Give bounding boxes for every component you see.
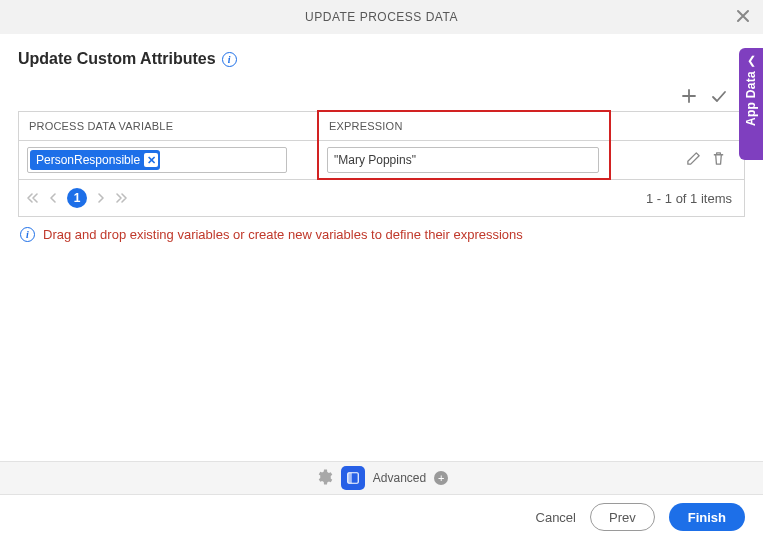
pager-current-page[interactable]: 1 [67,188,87,208]
cancel-button[interactable]: Cancel [536,510,576,525]
cell-expression: "Mary Poppins" [319,141,744,179]
expression-input[interactable]: "Mary Poppins" [327,147,599,173]
edit-row-icon[interactable] [686,151,701,169]
finish-button[interactable]: Finish [669,503,745,531]
chevron-left-icon: ❮ [747,54,756,67]
expand-icon[interactable]: + [434,471,448,485]
column-header-expression-text: EXPRESSION [329,120,403,132]
table-actions [18,82,745,111]
prev-button[interactable]: Prev [590,503,655,531]
table-row: PersonResponsible ✕ "Mary Poppins" [19,141,744,179]
variable-chip: PersonResponsible ✕ [30,150,160,170]
pager-next-icon[interactable] [95,192,107,204]
attributes-table: PROCESS DATA VARIABLE EXPRESSION PersonR… [18,111,745,180]
column-header-expression: EXPRESSION [319,112,744,141]
row-action-icons [686,151,736,169]
table-header: PROCESS DATA VARIABLE EXPRESSION [19,112,744,141]
info-icon: i [20,227,35,242]
section-title-text: Update Custom Attributes [18,50,216,68]
hint-text: Drag and drop existing variables or crea… [43,227,523,242]
expression-value: "Mary Poppins" [334,153,416,167]
delete-row-icon[interactable] [711,151,726,169]
advanced-bar: Advanced + [0,461,763,495]
pager: 1 [25,188,129,208]
advanced-label[interactable]: Advanced [373,471,426,485]
cell-variable: PersonResponsible ✕ [19,141,319,179]
side-tab-label: App Data [744,71,758,126]
confirm-icon[interactable] [711,88,727,107]
remove-chip-icon[interactable]: ✕ [144,153,158,167]
panel-icon[interactable] [341,466,365,490]
pager-last-icon[interactable] [115,191,129,205]
pager-summary: 1 - 1 of 1 items [646,191,732,206]
footer: Cancel Prev Finish [0,495,763,539]
app-data-side-tab[interactable]: ❮ App Data [739,48,763,160]
svg-rect-1 [348,473,352,484]
column-header-variable: PROCESS DATA VARIABLE [19,112,319,141]
pager-prev-icon[interactable] [47,192,59,204]
info-icon[interactable]: i [222,52,237,67]
section-title: Update Custom Attributes i [18,50,745,68]
variable-input[interactable]: PersonResponsible ✕ [27,147,287,173]
pager-first-icon[interactable] [25,191,39,205]
dialog-title: UPDATE PROCESS DATA [305,10,458,24]
hint-row: i Drag and drop existing variables or cr… [18,217,745,252]
add-row-icon[interactable] [681,88,697,107]
gear-icon[interactable] [315,468,333,489]
close-icon[interactable] [733,6,753,26]
variable-chip-label: PersonResponsible [36,153,140,167]
dialog-titlebar: UPDATE PROCESS DATA [0,0,763,34]
pager-row: 1 1 - 1 of 1 items [18,180,745,217]
